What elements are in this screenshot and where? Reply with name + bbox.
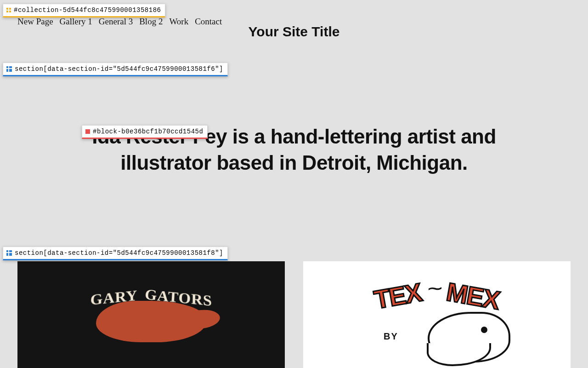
inspector-collection-tag[interactable]: #collection-5d544fc8c475990001358186 xyxy=(3,4,165,17)
gallery-section: GARY GATORS TEX ⁓ MEX BY xyxy=(17,261,571,368)
nav-link-blog-2[interactable]: Blog 2 xyxy=(139,17,163,27)
inspector-tag-label: #block-b0e36bcf1b70ccd1545d xyxy=(93,128,203,135)
texmex-title: TEX ⁓ MEX xyxy=(340,282,533,304)
nav-link-new-page[interactable]: New Page xyxy=(17,17,53,27)
gallery-card-2[interactable]: TEX ⁓ MEX BY xyxy=(303,261,571,368)
site-title[interactable]: Your Site Title xyxy=(249,24,340,40)
gator-icon xyxy=(96,301,206,342)
nav-link-contact[interactable]: Contact xyxy=(195,17,222,27)
block-icon xyxy=(85,129,90,134)
section-icon xyxy=(6,66,12,72)
texmex-word-tex: TEX xyxy=(373,281,423,311)
nav-link-work[interactable]: Work xyxy=(169,17,188,27)
primary-nav: New Page Gallery 1 General 3 Blog 2 Work… xyxy=(17,17,222,27)
inspector-block-tag[interactable]: #block-b0e36bcf1b70ccd1545d xyxy=(82,125,208,139)
nav-link-general-3[interactable]: General 3 xyxy=(99,17,133,27)
inspector-section-tag-2[interactable]: section[data-section-id="5d544fc9c475990… xyxy=(3,247,228,260)
section-icon xyxy=(6,250,12,256)
inspector-tag-label: #collection-5d544fc8c475990001358186 xyxy=(14,6,161,14)
trex-icon xyxy=(414,307,515,368)
gators-artwork: GARY GATORS xyxy=(64,289,238,342)
nav-link-gallery-1[interactable]: Gallery 1 xyxy=(60,17,92,27)
inspector-tag-label: section[data-section-id="5d544fc9c475990… xyxy=(15,249,223,257)
inspector-section-tag-1[interactable]: section[data-section-id="5d544fc9c475990… xyxy=(3,63,228,76)
gallery-card-1[interactable]: GARY GATORS xyxy=(17,261,285,368)
inspector-tag-label: section[data-section-id="5d544fc9c475990… xyxy=(15,65,223,73)
texmex-dash: ⁓ xyxy=(428,282,440,294)
grip-icon xyxy=(6,8,11,12)
texmex-artwork: TEX ⁓ MEX BY xyxy=(340,282,533,342)
